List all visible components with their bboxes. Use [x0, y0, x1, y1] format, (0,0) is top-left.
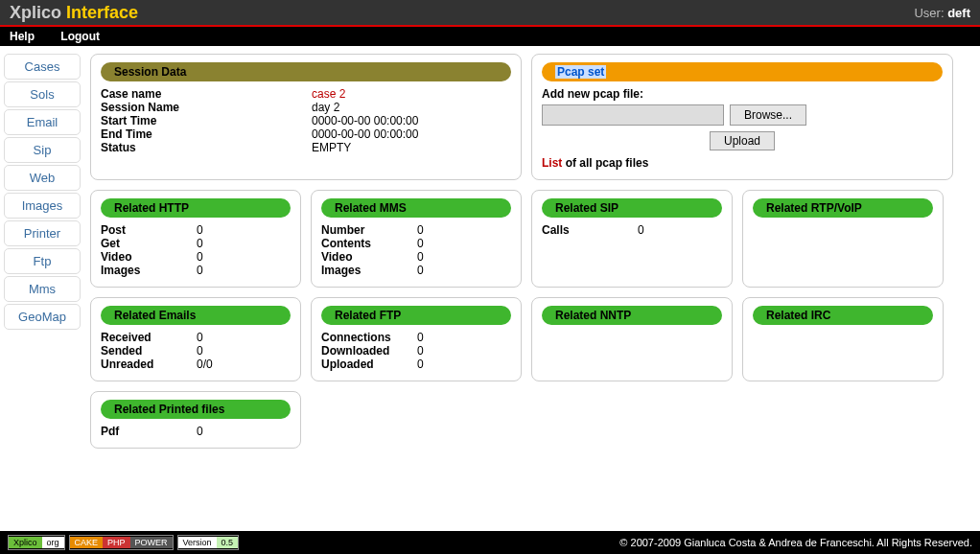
stat-label: Video: [101, 250, 197, 264]
main: Session Data Case namecase 2Session Name…: [90, 54, 972, 498]
pcap-list-link[interactable]: List of all pcap files: [542, 156, 943, 170]
emails-title: Related Emails: [101, 306, 291, 325]
sidebar-item-sip[interactable]: Sip: [4, 137, 81, 163]
stat-label: Connections: [321, 331, 417, 344]
session-value: 0000-00-00 00:00:00: [312, 127, 418, 141]
session-key: End Time: [101, 127, 312, 141]
stat-label: Video: [321, 250, 417, 264]
session-row: Start Time0000-00-00 00:00:00: [101, 114, 511, 127]
stat-value: 0: [197, 237, 235, 250]
browse-button[interactable]: Browse...: [730, 104, 806, 126]
stat-label: Sended: [101, 344, 197, 358]
session-panel: Session Data Case namecase 2Session Name…: [90, 54, 522, 180]
brand-right: Interface: [61, 3, 138, 22]
stat-label: Calls: [542, 223, 638, 237]
stat-label: Uploaded: [321, 358, 417, 371]
stat-label: Unreaded: [101, 358, 197, 371]
stat-label: Post: [101, 223, 197, 237]
stat-row: Sended0: [101, 344, 291, 358]
pcap-title-text: Pcap set: [555, 65, 606, 79]
stat-value: 0: [638, 223, 676, 237]
stat-row: Images0: [321, 264, 511, 277]
ftp-panel: Related FTP Connections0Downloaded0Uploa…: [311, 297, 522, 381]
stat-label: Downloaded: [321, 344, 417, 358]
stat-row: Contents0: [321, 237, 511, 250]
sidebar-item-ftp[interactable]: Ftp: [4, 248, 81, 274]
stat-label: Images: [101, 264, 197, 277]
sidebar-item-email[interactable]: Email: [4, 109, 81, 135]
ftp-title: Related FTP: [321, 306, 511, 325]
session-value: 0000-00-00 00:00:00: [312, 114, 418, 127]
upload-button[interactable]: Upload: [710, 131, 775, 150]
stat-row: Images0: [101, 264, 291, 277]
pcap-title: Pcap set: [542, 62, 943, 81]
stat-row: Received0: [101, 331, 291, 344]
sidebar: CasesSolsEmailSipWebImagesPrinterFtpMmsG…: [4, 54, 81, 498]
page: CasesSolsEmailSipWebImagesPrinterFtpMmsG…: [0, 46, 980, 506]
stat-label: Pdf: [101, 425, 197, 438]
emails-panel: Related Emails Received0Sended0Unreaded0…: [90, 297, 301, 381]
stat-value: 0: [417, 237, 455, 250]
session-row: StatusEMPTY: [101, 141, 511, 154]
stat-value: 0: [417, 358, 455, 371]
stat-value: 0: [197, 223, 235, 237]
stat-value: 0/0: [197, 358, 235, 371]
rtp-panel: Related RTP/VoIP: [742, 190, 944, 288]
sidebar-item-printer[interactable]: Printer: [4, 220, 81, 246]
stat-label: Contents: [321, 237, 417, 250]
session-key: Case name: [101, 87, 312, 101]
sidebar-item-cases[interactable]: Cases: [4, 54, 81, 80]
pcap-add-label: Add new pcap file:: [542, 87, 943, 101]
session-key: Session Name: [101, 101, 312, 114]
session-value: day 2: [312, 101, 339, 114]
sip-panel: Related SIP Calls0: [531, 190, 733, 288]
stat-row: Pdf0: [101, 425, 291, 438]
irc-panel: Related IRC: [742, 297, 944, 381]
sidebar-item-mms[interactable]: Mms: [4, 276, 81, 302]
pcap-list-word: List: [542, 156, 562, 170]
irc-title: Related IRC: [753, 306, 933, 325]
session-title: Session Data: [101, 62, 511, 81]
stat-value: 0: [197, 425, 235, 438]
sidebar-item-web[interactable]: Web: [4, 165, 81, 191]
user-indicator: User: deft: [914, 6, 970, 20]
pcap-panel: Pcap set Add new pcap file: Browse... Up…: [531, 54, 953, 180]
stat-row: Downloaded0: [321, 344, 511, 358]
stat-row: Unreaded0/0: [101, 358, 291, 371]
menubar: Help Logout: [0, 27, 980, 46]
session-value: case 2: [312, 87, 345, 101]
stat-row: Number0: [321, 223, 511, 237]
sidebar-item-geomap[interactable]: GeoMap: [4, 304, 81, 330]
topbar: Xplico Interface User: deft: [0, 0, 980, 27]
stat-value: 0: [197, 344, 235, 358]
session-row: Case namecase 2: [101, 87, 511, 101]
stat-row: Uploaded0: [321, 358, 511, 371]
stat-row: Post0: [101, 223, 291, 237]
nntp-panel: Related NNTP: [531, 297, 733, 381]
stat-value: 0: [197, 250, 235, 264]
stat-label: Received: [101, 331, 197, 344]
stat-value: 0: [197, 331, 235, 344]
user-label: User:: [914, 6, 947, 20]
session-row: Session Nameday 2: [101, 101, 511, 114]
stat-label: Images: [321, 264, 417, 277]
stat-value: 0: [417, 223, 455, 237]
print-title: Related Printed files: [101, 400, 291, 419]
stat-row: Get0: [101, 237, 291, 250]
stat-row: Calls0: [542, 223, 722, 237]
nntp-title: Related NNTP: [542, 306, 722, 325]
pcap-file-input[interactable]: [542, 104, 724, 126]
sidebar-item-images[interactable]: Images: [4, 193, 81, 219]
http-panel: Related HTTP Post0Get0Video0Images0: [90, 190, 301, 288]
http-title: Related HTTP: [101, 198, 291, 218]
menu-logout[interactable]: Logout: [60, 30, 100, 43]
stat-value: 0: [197, 264, 235, 277]
menu-help[interactable]: Help: [10, 30, 35, 43]
print-panel: Related Printed files Pdf0: [90, 391, 301, 449]
sip-title: Related SIP: [542, 198, 722, 218]
stat-value: 0: [417, 264, 455, 277]
stat-value: 0: [417, 331, 455, 344]
sidebar-item-sols[interactable]: Sols: [4, 81, 81, 107]
stat-value: 0: [417, 250, 455, 264]
stat-row: Video0: [101, 250, 291, 264]
